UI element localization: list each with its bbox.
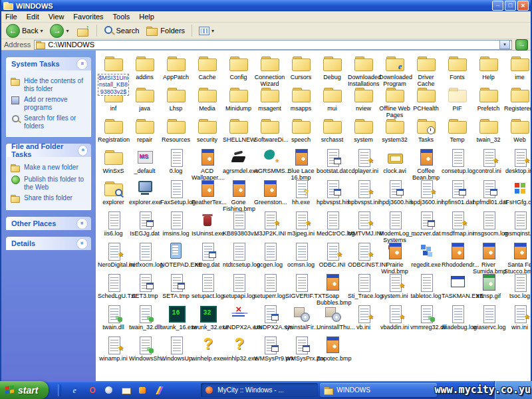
file-item[interactable]: twain_32 [473, 116, 504, 148]
mail-icon[interactable] [121, 386, 130, 395]
file-item[interactable]: explorer [98, 179, 129, 210]
lightning-icon[interactable] [154, 386, 164, 395]
file-item[interactable]: WinSxS [98, 148, 129, 179]
file-item[interactable]: twain_32.dll [129, 304, 160, 335]
maximize-button[interactable] [505, 1, 516, 11]
taskbar-task-button[interactable]: WINDOWS [320, 383, 437, 397]
media-player-icon[interactable] [104, 386, 114, 395]
collapse-chevron-icon[interactable] [78, 145, 88, 156]
file-item[interactable]: netfxocm.log [129, 241, 160, 273]
file-item[interactable]: *m3jpeg.ini [285, 210, 317, 241]
start-button[interactable]: start [0, 381, 49, 399]
file-item[interactable]: NOTEPAD.EXE [160, 241, 192, 273]
file-item[interactable]: Minidump [223, 85, 254, 116]
file-item[interactable]: repair [129, 116, 160, 148]
file-item[interactable]: hpfmdl01.dat [473, 179, 504, 210]
file-item[interactable]: Fonts [442, 54, 473, 85]
file-item[interactable]: ModemLog_... Systems PC... [379, 210, 410, 241]
file-item[interactable]: agrsmdel.exe [223, 148, 254, 179]
file-item[interactable]: security [192, 116, 223, 148]
file-item[interactable]: system32 [379, 116, 410, 148]
file-item[interactable]: $MSI31Uninstall_KB893803v2$ [98, 54, 129, 85]
file-item[interactable]: Greenston... [254, 179, 285, 210]
file-item[interactable]: explorer.exe [129, 179, 160, 210]
file-item[interactable]: imsins.log [160, 210, 192, 241]
back-dropdown-icon[interactable]: ▾ [40, 28, 43, 34]
file-item[interactable]: transp.gif [473, 273, 504, 304]
file-item[interactable]: *M3JP2K.INI [254, 210, 285, 241]
file-item[interactable]: Media [192, 85, 223, 116]
panel-header[interactable]: Details [6, 237, 91, 250]
file-item[interactable]: setupapi.log [223, 273, 254, 304]
file-item[interactable]: UninstallThu... [317, 304, 348, 335]
file-item[interactable]: Cursors [285, 54, 317, 85]
file-item[interactable]: UninstalFir... [285, 304, 317, 335]
file-item[interactable]: Resources [160, 116, 192, 148]
up-button[interactable] [74, 25, 92, 37]
file-item[interactable]: Temp [442, 116, 473, 148]
file-item[interactable]: setuperr.log [254, 273, 285, 304]
file-item[interactable]: msagent [254, 85, 285, 116]
file-item[interactable]: clock.avi [379, 148, 410, 179]
file-item[interactable]: Registration [98, 116, 129, 148]
file-item[interactable]: system [348, 116, 379, 148]
forward-dropdown-icon[interactable]: ▾ [66, 28, 68, 34]
file-item[interactable]: Driver Cache [410, 54, 442, 85]
task-link[interactable]: Add or remove programs [11, 96, 86, 111]
file-item[interactable]: AppPatch [160, 54, 192, 85]
views-dropdown-icon[interactable]: ▾ [211, 28, 214, 34]
file-item[interactable]: Santa Fe Stucco.bmp [504, 241, 531, 273]
close-button[interactable] [517, 1, 529, 11]
file-item[interactable]: *vb.ini [348, 304, 379, 335]
task-link[interactable]: Make a new folder [11, 164, 86, 172]
quick-launch-handle[interactable] [58, 384, 61, 396]
file-item[interactable]: Help [473, 54, 504, 85]
search-button[interactable]: Search [102, 25, 142, 37]
file-item[interactable]: java [129, 85, 160, 116]
task-link[interactable]: Search for files or folders [11, 114, 86, 130]
file-item[interactable]: Tasks [410, 116, 442, 148]
file-item[interactable]: SHELLNEW [223, 116, 254, 148]
file-item[interactable]: *hpdj3600.ini [410, 179, 442, 210]
file-item[interactable]: Connection Wizard [254, 54, 285, 85]
file-item[interactable]: *vbaddin.ini [379, 304, 410, 335]
folders-button[interactable]: Folders [144, 25, 187, 36]
opera-icon[interactable] [88, 386, 97, 395]
file-item[interactable]: wiadebug.log [442, 304, 473, 335]
file-item[interactable]: PIF [442, 85, 473, 116]
file-item[interactable]: Soap Bubbles.bmp [317, 273, 348, 304]
file-item[interactable]: Lhsp [160, 85, 192, 116]
titlebar[interactable]: WINDOWS [1, 0, 531, 11]
collapse-chevron-icon[interactable] [76, 59, 88, 70]
file-item[interactable]: tsoc.log [504, 273, 531, 304]
menu-edit[interactable]: Edit [27, 13, 39, 21]
file-item[interactable]: UNDPX2A.sys [254, 304, 285, 335]
file-item[interactable]: River Sumida.bmp [473, 241, 504, 273]
file-item[interactable]: ?hh.exe [285, 179, 317, 210]
ie-icon[interactable] [71, 386, 80, 395]
panel-header[interactable]: File and Folder Tasks [6, 144, 91, 157]
file-item[interactable]: IsUninst.exe [192, 210, 223, 241]
address-input[interactable]: C:\WINDOWS ▾ [34, 40, 512, 50]
file-item[interactable]: twain.dll [98, 304, 129, 335]
go-button[interactable] [515, 39, 528, 51]
menu-help[interactable]: Help [139, 13, 154, 21]
file-item[interactable]: setupact.log [192, 273, 223, 304]
panel-header[interactable]: System Tasks [6, 57, 91, 70]
file-item[interactable]: WindowsUp... [160, 335, 192, 366]
file-item[interactable]: hpfins01.dat [442, 179, 473, 210]
file-item[interactable]: nview [348, 85, 379, 116]
file-item[interactable]: winhlp32.exe [223, 335, 254, 366]
file-item[interactable]: nsreg.dat [192, 241, 223, 273]
file-item[interactable]: bootstat.dat [317, 148, 348, 179]
menu-tools[interactable]: Tools [113, 13, 130, 21]
file-item[interactable]: mozver.dat [410, 210, 442, 241]
file-item[interactable]: *ODBCINST.INI [348, 241, 379, 273]
file-item[interactable]: *msdfmap.ini [442, 210, 473, 241]
taskbar-task-button[interactable]: MyCity :: Windows - ... [201, 383, 318, 397]
file-item[interactable]: msmqinst.log [504, 210, 531, 241]
file-item[interactable]: regedit.exe [410, 241, 442, 273]
file-item[interactable]: *cdplayer.ini [348, 148, 379, 179]
menu-favorites[interactable]: Favorites [73, 13, 103, 21]
file-item[interactable]: ACD Wallpaper.... [192, 148, 223, 179]
